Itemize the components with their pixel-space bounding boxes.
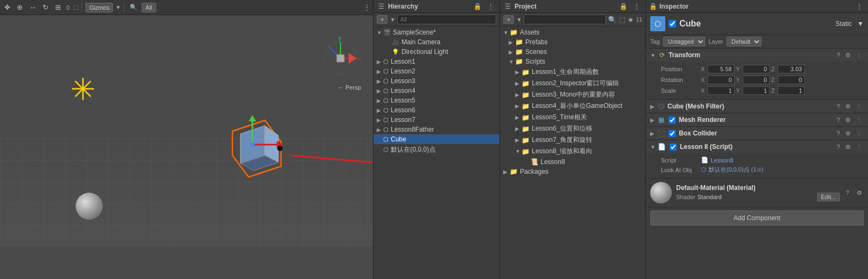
position-y-input[interactable] <box>743 65 770 73</box>
position-z-input[interactable] <box>778 65 805 73</box>
project-assets-folder[interactable]: ▼ 📁 Assets <box>500 28 645 37</box>
hierarchy-item-lesson4[interactable]: ▶ ⬡ Lesson4 <box>373 86 499 96</box>
mesh-renderer-help[interactable]: ? <box>835 116 842 124</box>
add-dropdown-arrow[interactable]: ▼ <box>390 17 395 23</box>
layer-dropdown[interactable]: Default <box>726 37 762 46</box>
layers-dropdown[interactable]: Gizmos <box>85 3 113 12</box>
mesh-renderer-component: ▶ ▦ Mesh Renderer ? ⚙ ⋮ <box>646 113 868 127</box>
project-scripts-folder[interactable]: ▼ 📁 Scripts <box>500 57 645 66</box>
box-collider-help[interactable]: ? <box>835 130 842 137</box>
box-collider-menu[interactable]: ⋮ <box>854 130 864 138</box>
hierarchy-dots-icon[interactable]: ⋮ <box>485 2 496 11</box>
project-lesson4-folder[interactable]: ▶ 📁 Lesson4_最小单位GameObject <box>500 100 645 112</box>
hierarchy-item-lesson5[interactable]: ▶ ⬡ Lesson5 <box>373 96 499 105</box>
lesson1-label: Lesson1 <box>391 58 415 65</box>
look-at-obj-icon: ⬡ <box>701 166 706 173</box>
mesh-filter-help[interactable]: ? <box>835 103 842 110</box>
transform-header[interactable]: ▼ ⟳ Transform ? ⚙ ⋮ <box>646 49 868 62</box>
project-lesson5-folder[interactable]: ▶ 📁 Lesson5_Time相关 <box>500 112 645 123</box>
hierarchy-item-main-camera[interactable]: 🎥 Main Camera <box>373 37 499 47</box>
project-lesson6-folder[interactable]: ▶ 📁 Lesson6_位置和位移 <box>500 123 645 134</box>
project-lesson8-script[interactable]: 📜 Lesson8 <box>500 157 645 167</box>
hierarchy-item-lesson1[interactable]: ▶ ⬡ Lesson1 <box>373 57 499 66</box>
project-lesson7-folder[interactable]: ▶ 📁 Lesson7_角度和旋转 <box>500 134 645 146</box>
hierarchy-item-lesson7[interactable]: ▶ ⬡ Lesson7 <box>373 115 499 125</box>
gizmos-arrow[interactable]: ▼ <box>115 4 121 10</box>
position-x-input[interactable] <box>707 65 735 73</box>
project-prefabs-folder[interactable]: ▶ 📁 Prefabs <box>500 37 645 47</box>
hierarchy-menu-icon[interactable]: ☰ <box>377 2 386 11</box>
mesh-renderer-menu[interactable]: ⋮ <box>854 116 864 124</box>
project-packages-folder[interactable]: ▶ 📁 Packages <box>500 167 645 176</box>
mesh-filter-header[interactable]: ▶ ⬡ Cube (Mesh Filter) ? ⚙ ⋮ <box>646 100 868 113</box>
inspector-dots-icon[interactable]: ⋮ <box>854 2 865 11</box>
transform-settings-icon[interactable]: ⚙ <box>844 51 852 59</box>
lesson8-help[interactable]: ? <box>835 143 842 151</box>
mesh-filter-settings[interactable]: ⚙ <box>844 103 852 111</box>
mesh-filter-menu[interactable]: ⋮ <box>854 103 864 111</box>
project-menu-icon[interactable]: ☰ <box>503 2 512 11</box>
mesh-renderer-header[interactable]: ▶ ▦ Mesh Renderer ? ⚙ ⋮ <box>646 113 868 126</box>
tool-icon-3[interactable]: ↻ <box>41 2 51 12</box>
lesson8-menu[interactable]: ⋮ <box>854 143 864 151</box>
hierarchy-scene-item[interactable]: ▼ 🎬 SampleScene* <box>373 28 499 37</box>
material-help[interactable]: ? <box>844 189 851 196</box>
transform-help-icon[interactable]: ? <box>835 51 842 59</box>
project-dots-icon[interactable]: ⋮ <box>631 2 642 11</box>
scale-z-input[interactable] <box>778 86 805 95</box>
transform-menu-icon[interactable]: ⋮ <box>854 51 864 59</box>
project-lesson8-folder[interactable]: ▼ 📁 Lesson8_缩放和看向 <box>500 146 645 157</box>
project-add-btn[interactable]: + <box>503 15 514 24</box>
box-collider-checkbox[interactable] <box>669 130 676 137</box>
shader-edit-btn[interactable]: Edit... <box>817 193 840 201</box>
hierarchy-item-lesson8father[interactable]: ▶ ⬡ Lesson8Father <box>373 125 499 134</box>
hierarchy-search-input[interactable] <box>397 15 496 24</box>
rotation-x-input[interactable] <box>707 76 735 84</box>
tool-icon-4[interactable]: ⊞ <box>53 2 63 12</box>
hierarchy-item-directional-light[interactable]: 💡 Directional Light <box>373 47 499 57</box>
box-collider-header[interactable]: ▶ ⬛ Box Collider ? ⚙ ⋮ <box>646 127 868 140</box>
lesson8-script-header[interactable]: ▼ 📄 Lesson 8 (Script) ? ⚙ ⋮ <box>646 140 868 153</box>
project-star-icon[interactable]: ★ <box>627 16 634 24</box>
hierarchy-item-cube[interactable]: ⬡ Cube <box>373 134 499 144</box>
cube-object[interactable] <box>216 115 286 180</box>
project-lock-icon[interactable]: 🔒 <box>618 2 629 11</box>
lesson8-settings[interactable]: ⚙ <box>844 143 852 151</box>
tool-icon-2[interactable]: ↔ <box>27 2 38 12</box>
rotation-y-input[interactable] <box>743 76 770 84</box>
project-lesson2-folder[interactable]: ▶ 📁 Lesson2_Inspector窗口可编辑 <box>500 78 645 89</box>
rotation-z-input[interactable] <box>778 76 805 84</box>
tag-dropdown[interactable]: Untagged <box>663 37 705 46</box>
hierarchy-add-btn[interactable]: + <box>377 15 388 24</box>
inspector-object-name[interactable]: Cube <box>679 19 832 29</box>
all-btn[interactable]: All <box>142 3 156 12</box>
scene-view: ✥ ⊕ ↔ ↻ ⊞ 0 ⬚ Gizmos ▼ 🔍 All ⋮ ✳ <box>0 0 373 279</box>
project-add-arrow[interactable]: ▼ <box>516 17 522 23</box>
box-collider-settings[interactable]: ⚙ <box>844 130 852 138</box>
tool-icon-1[interactable]: ⊕ <box>15 2 25 12</box>
project-lesson3-folder[interactable]: ▶ 📁 Lesson3_Mono中的重要内容 <box>500 89 645 100</box>
project-lesson1-folder[interactable]: ▶ 📁 Lesson1_生命周期函数 <box>500 66 645 78</box>
hierarchy-item-lesson3[interactable]: ▶ ⬡ Lesson3 <box>373 76 499 86</box>
inspector-static-dropdown[interactable]: ▼ <box>857 20 864 28</box>
material-settings[interactable]: ⚙ <box>855 189 864 197</box>
mesh-renderer-settings[interactable]: ⚙ <box>844 116 852 124</box>
inspector-active-checkbox[interactable] <box>669 20 676 28</box>
mesh-renderer-checkbox[interactable] <box>669 117 676 124</box>
script-file-icon: 📄 <box>701 156 709 164</box>
lesson8-checkbox[interactable] <box>670 144 677 151</box>
toolbar-icon-5[interactable]: ⬚ <box>73 4 78 11</box>
hierarchy-item-default[interactable]: ⬡ 默认在(0,0,0)点 <box>373 144 499 155</box>
hierarchy-lock-icon[interactable]: 🔒 <box>472 2 483 11</box>
project-search-input[interactable] <box>524 15 606 24</box>
dots-menu-scene[interactable]: ⋮ <box>363 3 371 12</box>
scale-y-input[interactable] <box>743 86 770 95</box>
inspector-lock-icon[interactable]: 🔒 <box>649 3 657 10</box>
project-scenes-folder[interactable]: ▶ 📁 Scenes <box>500 47 645 57</box>
hierarchy-item-lesson2[interactable]: ▶ ⬡ Lesson2 <box>373 66 499 76</box>
scale-x-input[interactable] <box>707 86 735 95</box>
add-component-button[interactable]: Add Component <box>650 210 864 226</box>
tool-icon-0[interactable]: ✥ <box>2 2 12 12</box>
hierarchy-item-lesson6[interactable]: ▶ ⬡ Lesson6 <box>373 105 499 115</box>
project-view-icon[interactable]: ⬚ <box>619 16 625 24</box>
